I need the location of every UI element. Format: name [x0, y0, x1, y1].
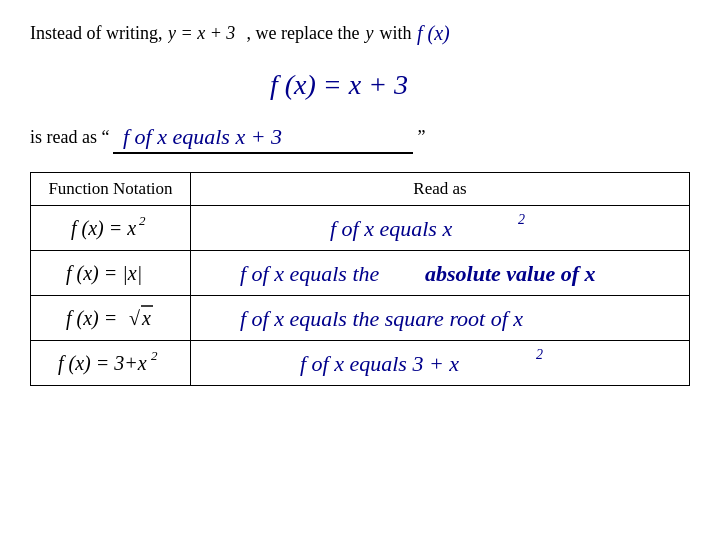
svg-text:f  of  x  equals 3 + x: f of x equals 3 + x: [300, 351, 459, 376]
notation-cell-2: f (x) = |x|: [31, 251, 191, 296]
intro-text1: Instead of writing,: [30, 23, 162, 44]
read-as-cell-3: f of x equals the square root of x: [191, 296, 690, 341]
svg-text:f (x) = |x|: f (x) = |x|: [66, 262, 142, 285]
read-as-closing: ”: [417, 127, 425, 148]
read-as-line: is read as “ f of x equals x + 3 ”: [30, 120, 690, 154]
intro-y-var: y: [365, 23, 373, 44]
svg-text:f (x) = x + 3: f (x) = x + 3: [270, 69, 408, 100]
svg-text:f (x): f (x): [417, 22, 450, 45]
svg-text:2: 2: [536, 347, 543, 362]
read-as-cell-4: f of x equals 3 + x 2: [191, 341, 690, 386]
read-as-cell-2: f of x equals the absolute value of x: [191, 251, 690, 296]
svg-text:absolute value of  x: absolute value of x: [425, 261, 596, 286]
intro-line: Instead of writing, y = x + 3 , we repla…: [30, 20, 690, 46]
table-row: f (x) = 3+x 2 f of x equals 3 + x 2: [31, 341, 690, 386]
svg-text:2: 2: [518, 212, 525, 227]
svg-text:y = x + 3: y = x + 3: [168, 23, 235, 43]
table-row: f (x) = √ x f of x equals the square roo…: [31, 296, 690, 341]
notation-table: Function Notation Read as f (x) = x 2: [30, 172, 690, 386]
intro-text3: with: [379, 23, 411, 44]
table-row: f (x) = |x| f of x equals the absolute v…: [31, 251, 690, 296]
read-as-content: f of x equals x + 3: [113, 120, 413, 154]
header-function-notation: Function Notation: [31, 173, 191, 206]
intro-fx: f (x): [417, 20, 459, 46]
table-row: f (x) = x 2 f of x equals x 2: [31, 206, 690, 251]
svg-text:f  of  x  equals  x: f of x equals x: [330, 216, 452, 241]
notation-cell-4: f (x) = 3+x 2: [31, 341, 191, 386]
svg-text:f (x) = 3+x: f (x) = 3+x: [58, 352, 147, 375]
intro-equation: y = x + 3: [168, 21, 240, 45]
read-as-label: is read as “: [30, 127, 109, 148]
read-as-cell-1: f of x equals x 2: [191, 206, 690, 251]
notation-cell-1: f (x) = x 2: [31, 206, 191, 251]
svg-text:√: √: [129, 307, 140, 329]
svg-text:f  of  x  equals  x + 3: f of x equals x + 3: [123, 124, 282, 149]
center-equation: f (x) = x + 3: [30, 66, 690, 102]
svg-text:f  of  x  equals the square ro: f of x equals the square root of x: [240, 306, 523, 331]
main-page: Instead of writing, y = x + 3 , we repla…: [0, 0, 720, 540]
svg-text:2: 2: [139, 213, 146, 228]
notation-cell-3: f (x) = √ x: [31, 296, 191, 341]
header-read-as: Read as: [191, 173, 690, 206]
intro-text2: , we replace the: [246, 23, 359, 44]
svg-text:x: x: [141, 307, 151, 329]
svg-text:f  of  x  equals the: f of x equals the: [240, 261, 380, 286]
table-header-row: Function Notation Read as: [31, 173, 690, 206]
svg-text:f (x) = x: f (x) = x: [71, 217, 136, 240]
svg-text:f (x) =: f (x) =: [66, 307, 117, 330]
svg-text:2: 2: [151, 348, 158, 363]
